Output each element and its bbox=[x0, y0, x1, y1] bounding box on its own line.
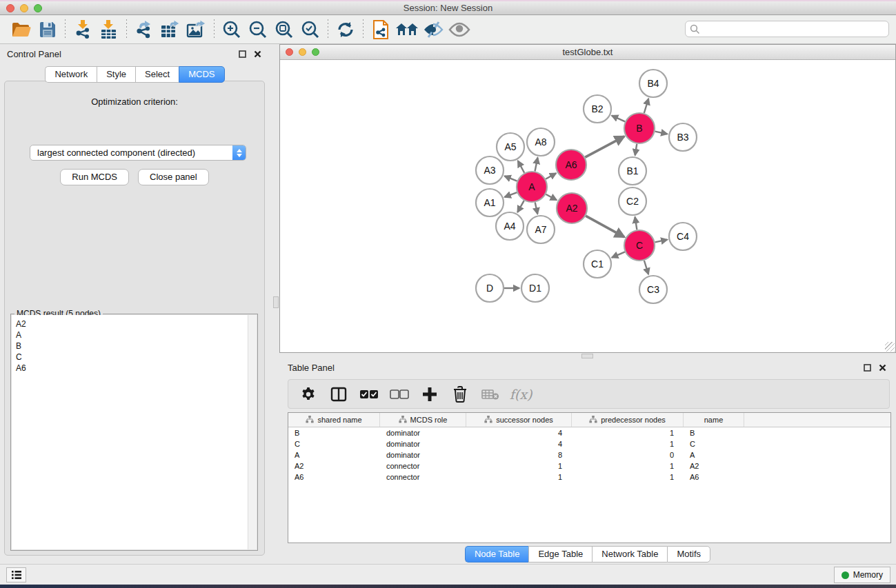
result-item-b[interactable]: B bbox=[16, 341, 257, 352]
cell-predecessor-nodes[interactable]: 0 bbox=[572, 451, 684, 459]
graph-node-a1[interactable]: A1 bbox=[476, 189, 504, 216]
add-column-icon[interactable] bbox=[419, 384, 440, 405]
horizontal-splitter-handle[interactable] bbox=[581, 354, 593, 358]
cell-shared-name[interactable]: C bbox=[288, 440, 380, 448]
tab-mcds[interactable]: MCDS bbox=[179, 66, 224, 83]
select-all-icon[interactable] bbox=[359, 384, 379, 405]
graph-edge-b-b4[interactable] bbox=[644, 99, 648, 113]
import-network-icon[interactable] bbox=[70, 18, 96, 41]
network-canvas[interactable]: B4B2BB3A5A8A6B1A3AC2A1A2A4A7C4CC1DD1C3 bbox=[280, 61, 895, 352]
tab-style[interactable]: Style bbox=[97, 66, 135, 83]
apply-layout-icon[interactable] bbox=[332, 18, 359, 41]
cell-mcds-role[interactable]: connector bbox=[380, 462, 466, 470]
vertical-splitter-handle[interactable] bbox=[273, 296, 279, 308]
close-table-panel-icon[interactable] bbox=[877, 362, 888, 373]
table-row-a6[interactable]: A6connector11A6 bbox=[288, 472, 890, 483]
table-settings-gear-icon[interactable] bbox=[298, 384, 319, 405]
graph-edge-b-b1[interactable] bbox=[635, 144, 637, 156]
cell-successor-nodes[interactable]: 4 bbox=[466, 440, 572, 448]
memory-button[interactable]: Memory bbox=[834, 567, 890, 583]
cell-mcds-role[interactable]: dominator bbox=[380, 451, 466, 459]
home-icon[interactable] bbox=[394, 18, 420, 41]
table-row-a2[interactable]: A2connector11A2 bbox=[288, 460, 890, 472]
graph-node-c3[interactable]: C3 bbox=[639, 276, 667, 303]
graph-node-a5[interactable]: A5 bbox=[497, 133, 524, 161]
graph-edge-c-c4[interactable] bbox=[655, 240, 668, 243]
graph-node-a3[interactable]: A3 bbox=[476, 156, 504, 184]
graph-node-c1[interactable]: C1 bbox=[584, 250, 611, 278]
graph-edge-a-a8[interactable] bbox=[535, 158, 538, 172]
cell-predecessor-nodes[interactable]: 1 bbox=[572, 462, 684, 470]
export-image-icon[interactable] bbox=[183, 18, 210, 41]
tab-network[interactable]: Network bbox=[45, 66, 97, 83]
tab-edge-table[interactable]: Edge Table bbox=[528, 546, 592, 562]
column-header-shared-name[interactable]: shared name bbox=[288, 413, 380, 427]
run-mcds-button[interactable]: Run MCDS bbox=[60, 169, 129, 185]
result-item-a2[interactable]: A2 bbox=[16, 318, 257, 330]
import-table-icon[interactable] bbox=[96, 18, 122, 41]
graph-edge-a2-c[interactable] bbox=[586, 216, 624, 237]
graph-node-b2[interactable]: B2 bbox=[584, 95, 611, 123]
graph-node-a2[interactable]: A2 bbox=[557, 193, 587, 223]
graph-node-a8[interactable]: A8 bbox=[527, 128, 555, 156]
graph-node-c[interactable]: C bbox=[624, 230, 655, 261]
export-network-icon[interactable] bbox=[131, 18, 157, 41]
graph-edge-a-a3[interactable] bbox=[504, 176, 517, 181]
cell-successor-nodes[interactable]: 1 bbox=[466, 462, 572, 470]
cell-shared-name[interactable]: B bbox=[288, 429, 380, 437]
zoom-out-icon[interactable] bbox=[245, 18, 271, 41]
graph-edge-a-a6[interactable] bbox=[546, 173, 556, 179]
column-header-successor-nodes[interactable]: successor nodes bbox=[466, 413, 572, 427]
graph-node-a7[interactable]: A7 bbox=[527, 216, 555, 243]
show-eye-icon[interactable] bbox=[446, 18, 472, 41]
graph-node-d1[interactable]: D1 bbox=[521, 274, 549, 302]
criterion-select[interactable]: largest connected component (directed) bbox=[30, 145, 246, 161]
graph-node-d[interactable]: D bbox=[476, 274, 504, 302]
float-table-panel-icon[interactable] bbox=[862, 362, 873, 373]
save-session-icon[interactable] bbox=[34, 18, 61, 41]
graph-node-b1[interactable]: B1 bbox=[619, 157, 646, 185]
zoom-selected-icon[interactable] bbox=[297, 18, 323, 41]
graph-node-b4[interactable]: B4 bbox=[639, 70, 667, 97]
graph-edge-a6-b[interactable] bbox=[585, 136, 624, 157]
close-panel-button[interactable]: Close panel bbox=[138, 169, 209, 185]
export-table-icon[interactable] bbox=[157, 18, 183, 41]
cell-successor-nodes[interactable]: 8 bbox=[466, 451, 572, 459]
graph-edge-a-a1[interactable] bbox=[505, 192, 517, 197]
delete-trash-icon[interactable] bbox=[450, 384, 470, 405]
cell-shared-name[interactable]: A bbox=[288, 451, 380, 459]
cell-predecessor-nodes[interactable]: 1 bbox=[572, 429, 684, 437]
cell-mcds-role[interactable]: dominator bbox=[380, 440, 466, 448]
resize-grip-icon[interactable] bbox=[885, 342, 895, 352]
column-header-name[interactable]: name bbox=[684, 413, 744, 427]
cell-name[interactable]: B bbox=[684, 429, 744, 437]
table-row-a[interactable]: Adominator80A bbox=[288, 449, 890, 460]
graph-edge-b-b3[interactable] bbox=[655, 132, 668, 134]
cell-successor-nodes[interactable]: 1 bbox=[466, 473, 572, 481]
tab-node-table[interactable]: Node Table bbox=[465, 546, 529, 562]
column-visibility-icon[interactable] bbox=[328, 384, 349, 405]
network-window-titlebar[interactable]: testGlobe.txt bbox=[280, 45, 895, 60]
search-box[interactable] bbox=[685, 21, 889, 37]
delete-table-icon[interactable] bbox=[480, 384, 501, 405]
graph-node-a4[interactable]: A4 bbox=[496, 212, 524, 240]
cell-predecessor-nodes[interactable]: 1 bbox=[572, 473, 684, 481]
close-panel-icon[interactable] bbox=[252, 48, 263, 59]
network-from-file-icon[interactable] bbox=[368, 18, 394, 41]
zoom-fit-icon[interactable] bbox=[271, 18, 297, 41]
table-row-b[interactable]: Bdominator41B bbox=[288, 427, 890, 438]
cell-name[interactable]: C bbox=[684, 440, 744, 448]
tab-motifs[interactable]: Motifs bbox=[667, 546, 710, 562]
mcds-result-list[interactable]: A2ABCA6 bbox=[12, 315, 257, 549]
graph-edge-a-a7[interactable] bbox=[535, 203, 538, 214]
graph-node-b[interactable]: B bbox=[624, 113, 655, 143]
cell-name[interactable]: A6 bbox=[684, 473, 744, 481]
cell-mcds-role[interactable]: connector bbox=[380, 473, 466, 481]
column-header-mcds-role[interactable]: MCDS role bbox=[380, 413, 466, 427]
deselect-all-icon[interactable] bbox=[389, 384, 410, 405]
float-panel-icon[interactable] bbox=[237, 48, 248, 59]
graph-edge-c-c3[interactable] bbox=[644, 261, 648, 274]
graph-node-a6[interactable]: A6 bbox=[556, 150, 586, 180]
graph-edge-a-a5[interactable] bbox=[518, 161, 524, 172]
table-row-c[interactable]: Cdominator41C bbox=[288, 438, 890, 449]
